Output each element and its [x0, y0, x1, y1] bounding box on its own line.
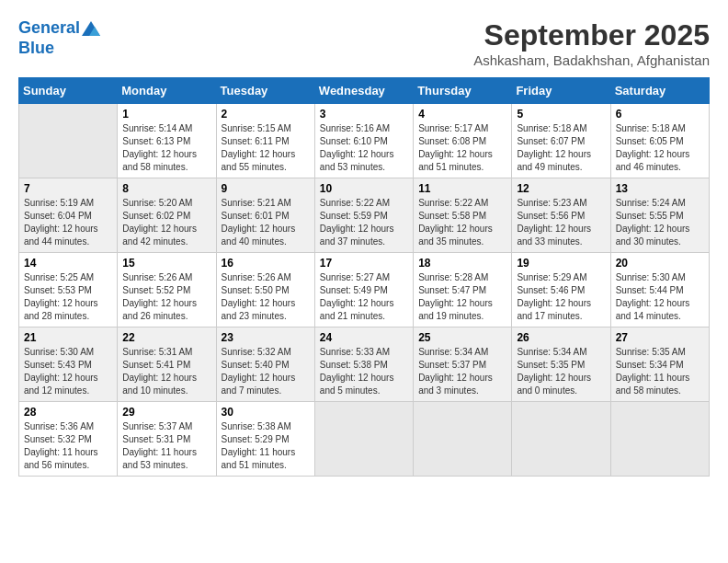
day-info: Sunrise: 5:22 AMSunset: 5:58 PMDaylight:…: [418, 197, 506, 248]
day-number: 3: [320, 108, 408, 121]
week-row-4: 21Sunrise: 5:30 AMSunset: 5:43 PMDayligh…: [19, 327, 710, 402]
day-number: 13: [616, 182, 704, 195]
location: Ashkasham, Badakhshan, Afghanistan: [473, 52, 710, 68]
day-info: Sunrise: 5:18 AMSunset: 6:05 PMDaylight:…: [616, 122, 704, 174]
day-number: 16: [222, 257, 310, 270]
calendar-cell: 27Sunrise: 5:35 AMSunset: 5:34 PMDayligh…: [610, 327, 709, 402]
day-number: 12: [517, 182, 605, 195]
day-number: 25: [418, 331, 506, 344]
day-info: Sunrise: 5:33 AMSunset: 5:38 PMDaylight:…: [320, 346, 408, 397]
day-info: Sunrise: 5:24 AMSunset: 5:55 PMDaylight:…: [616, 197, 704, 248]
day-info: Sunrise: 5:19 AMSunset: 6:04 PMDaylight:…: [24, 197, 112, 248]
day-number: 8: [122, 182, 210, 195]
calendar-cell: 4Sunrise: 5:17 AMSunset: 6:08 PMDaylight…: [414, 104, 512, 178]
calendar-cell: 9Sunrise: 5:21 AMSunset: 6:01 PMDaylight…: [216, 178, 314, 253]
calendar-cell: [414, 402, 512, 477]
day-number: 24: [320, 331, 408, 344]
day-number: 2: [222, 108, 310, 121]
calendar-cell: 5Sunrise: 5:18 AMSunset: 6:07 PMDaylight…: [512, 104, 610, 178]
calendar-cell: 26Sunrise: 5:34 AMSunset: 5:35 PMDayligh…: [512, 327, 610, 402]
calendar-cell: [19, 104, 118, 178]
day-number: 15: [122, 257, 210, 270]
day-number: 26: [517, 331, 605, 344]
calendar-cell: 11Sunrise: 5:22 AMSunset: 5:58 PMDayligh…: [414, 178, 512, 253]
day-number: 4: [418, 108, 506, 121]
page-header: General Blue September 2025 Ashkasham, B…: [18, 18, 710, 68]
week-row-1: 1Sunrise: 5:14 AMSunset: 6:13 PMDaylight…: [19, 104, 710, 178]
day-number: 10: [320, 182, 408, 195]
day-info: Sunrise: 5:17 AMSunset: 6:08 PMDaylight:…: [418, 122, 506, 174]
week-row-3: 14Sunrise: 5:25 AMSunset: 5:53 PMDayligh…: [19, 253, 710, 327]
day-number: 29: [122, 406, 210, 419]
day-number: 22: [122, 331, 210, 344]
logo-text: General Blue: [18, 18, 100, 58]
calendar-cell: 14Sunrise: 5:25 AMSunset: 5:53 PMDayligh…: [19, 253, 118, 327]
day-info: Sunrise: 5:25 AMSunset: 5:53 PMDaylight:…: [24, 271, 112, 323]
calendar-cell: 20Sunrise: 5:30 AMSunset: 5:44 PMDayligh…: [610, 253, 709, 327]
day-info: Sunrise: 5:14 AMSunset: 6:13 PMDaylight:…: [122, 122, 210, 174]
calendar-cell: 3Sunrise: 5:16 AMSunset: 6:10 PMDaylight…: [314, 104, 413, 178]
calendar-cell: 30Sunrise: 5:38 AMSunset: 5:29 PMDayligh…: [216, 402, 314, 477]
day-header-tuesday: Tuesday: [216, 78, 314, 104]
day-number: 14: [24, 257, 112, 270]
day-number: 23: [222, 331, 310, 344]
day-number: 27: [616, 331, 704, 344]
day-number: 28: [24, 406, 112, 419]
day-info: Sunrise: 5:16 AMSunset: 6:10 PMDaylight:…: [320, 122, 408, 174]
calendar-cell: 12Sunrise: 5:23 AMSunset: 5:56 PMDayligh…: [512, 178, 610, 253]
calendar-cell: 17Sunrise: 5:27 AMSunset: 5:49 PMDayligh…: [314, 253, 413, 327]
day-info: Sunrise: 5:37 AMSunset: 5:31 PMDaylight:…: [122, 420, 210, 472]
day-number: 7: [24, 182, 112, 195]
calendar-cell: [610, 402, 709, 477]
day-number: 1: [122, 108, 210, 121]
day-number: 9: [222, 182, 310, 195]
day-header-friday: Friday: [512, 78, 610, 104]
calendar-cell: 13Sunrise: 5:24 AMSunset: 5:55 PMDayligh…: [610, 178, 709, 253]
day-number: 30: [222, 406, 310, 419]
day-info: Sunrise: 5:38 AMSunset: 5:29 PMDaylight:…: [222, 420, 310, 472]
day-info: Sunrise: 5:20 AMSunset: 6:02 PMDaylight:…: [122, 197, 210, 248]
calendar-cell: [512, 402, 610, 477]
day-number: 6: [616, 108, 704, 121]
calendar-cell: 28Sunrise: 5:36 AMSunset: 5:32 PMDayligh…: [19, 402, 118, 477]
calendar-cell: 15Sunrise: 5:26 AMSunset: 5:52 PMDayligh…: [118, 253, 216, 327]
day-info: Sunrise: 5:32 AMSunset: 5:40 PMDaylight:…: [222, 346, 310, 397]
week-row-5: 28Sunrise: 5:36 AMSunset: 5:32 PMDayligh…: [19, 402, 710, 477]
calendar-cell: 18Sunrise: 5:28 AMSunset: 5:47 PMDayligh…: [414, 253, 512, 327]
day-info: Sunrise: 5:23 AMSunset: 5:56 PMDaylight:…: [517, 197, 605, 248]
day-info: Sunrise: 5:28 AMSunset: 5:47 PMDaylight:…: [418, 271, 506, 323]
day-info: Sunrise: 5:15 AMSunset: 6:11 PMDaylight:…: [222, 122, 310, 174]
day-header-wednesday: Wednesday: [314, 78, 413, 104]
day-number: 18: [418, 257, 506, 270]
week-row-2: 7Sunrise: 5:19 AMSunset: 6:04 PMDaylight…: [19, 178, 710, 253]
day-header-monday: Monday: [118, 78, 216, 104]
day-number: 11: [418, 182, 506, 195]
calendar-cell: 23Sunrise: 5:32 AMSunset: 5:40 PMDayligh…: [216, 327, 314, 402]
calendar-cell: 22Sunrise: 5:31 AMSunset: 5:41 PMDayligh…: [118, 327, 216, 402]
title-block: September 2025 Ashkasham, Badakhshan, Af…: [473, 18, 710, 68]
day-number: 17: [320, 257, 408, 270]
calendar-cell: 6Sunrise: 5:18 AMSunset: 6:05 PMDaylight…: [610, 104, 709, 178]
day-info: Sunrise: 5:30 AMSunset: 5:43 PMDaylight:…: [24, 346, 112, 397]
day-header-saturday: Saturday: [610, 78, 709, 104]
day-number: 21: [24, 331, 112, 344]
day-number: 20: [616, 257, 704, 270]
month-title: September 2025: [473, 18, 710, 52]
calendar-cell: 19Sunrise: 5:29 AMSunset: 5:46 PMDayligh…: [512, 253, 610, 327]
day-info: Sunrise: 5:35 AMSunset: 5:34 PMDaylight:…: [616, 346, 704, 397]
day-number: 19: [517, 257, 605, 270]
header-row: SundayMondayTuesdayWednesdayThursdayFrid…: [19, 78, 710, 104]
day-info: Sunrise: 5:34 AMSunset: 5:37 PMDaylight:…: [418, 346, 506, 397]
logo: General Blue: [18, 18, 100, 58]
day-info: Sunrise: 5:26 AMSunset: 5:50 PMDaylight:…: [222, 271, 310, 323]
day-info: Sunrise: 5:22 AMSunset: 5:59 PMDaylight:…: [320, 197, 408, 248]
logo-icon: [82, 21, 100, 36]
calendar-cell: 16Sunrise: 5:26 AMSunset: 5:50 PMDayligh…: [216, 253, 314, 327]
day-info: Sunrise: 5:18 AMSunset: 6:07 PMDaylight:…: [517, 122, 605, 174]
calendar-cell: 2Sunrise: 5:15 AMSunset: 6:11 PMDaylight…: [216, 104, 314, 178]
calendar-cell: 29Sunrise: 5:37 AMSunset: 5:31 PMDayligh…: [118, 402, 216, 477]
day-header-sunday: Sunday: [19, 78, 118, 104]
day-info: Sunrise: 5:31 AMSunset: 5:41 PMDaylight:…: [122, 346, 210, 397]
day-info: Sunrise: 5:30 AMSunset: 5:44 PMDaylight:…: [616, 271, 704, 323]
calendar-cell: 8Sunrise: 5:20 AMSunset: 6:02 PMDaylight…: [118, 178, 216, 253]
